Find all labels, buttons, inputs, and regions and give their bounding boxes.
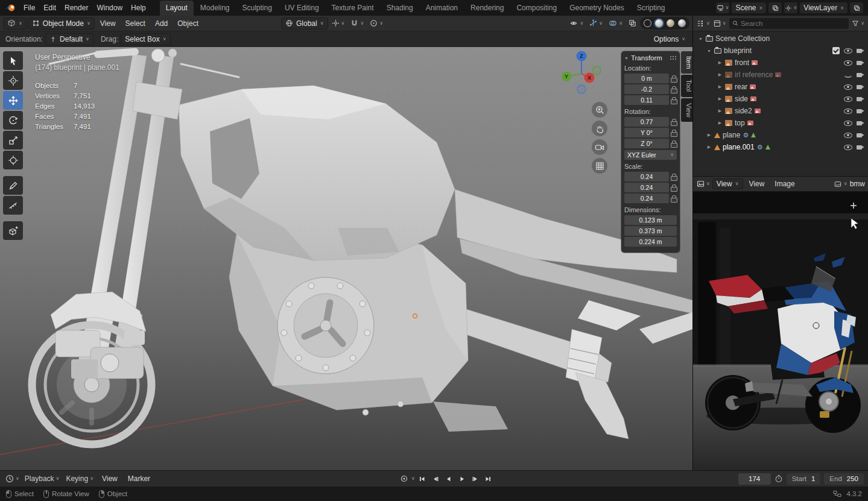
panel-drag-grip[interactable] <box>670 55 677 61</box>
mesh-data-icon[interactable] <box>765 145 770 150</box>
dimension-z-field[interactable]: 0.224 m <box>624 237 677 247</box>
tab-tool[interactable]: Tool <box>681 75 692 96</box>
tab-texture-paint[interactable]: Texture Paint <box>326 1 380 16</box>
rotation-z-field[interactable]: Z 0° <box>624 139 669 148</box>
tool-rotate[interactable] <box>3 111 23 130</box>
menu-add[interactable]: Add <box>151 17 172 30</box>
outliner-search[interactable] <box>729 18 849 29</box>
outliner-row-plane-001[interactable]: ▶ plane.001 ⚙ <box>693 141 868 153</box>
start-frame-field[interactable]: Start 1 <box>787 473 821 485</box>
rotation-x-field[interactable]: 0.77 <box>624 117 669 127</box>
image-menu-view[interactable]: View <box>745 178 769 190</box>
menu-help[interactable]: Help <box>127 1 150 14</box>
transform-panel-header[interactable]: ▼ Transform <box>624 54 677 61</box>
hide-eye-icon[interactable] <box>844 132 852 139</box>
disable-render-icon[interactable] <box>857 96 864 102</box>
disable-render-icon[interactable] <box>857 72 864 78</box>
collection-checkbox[interactable] <box>832 47 840 54</box>
browse-viewlayer-icon[interactable]: ∨ <box>784 2 797 13</box>
new-viewlayer-icon[interactable] <box>850 2 863 13</box>
image-data-icon[interactable] <box>750 96 756 101</box>
outliner-editor-dropdown[interactable]: ∨ <box>696 20 711 27</box>
disclosure-icon[interactable]: ▶ <box>717 96 723 101</box>
stopwatch-icon[interactable] <box>775 474 783 483</box>
shading-rendered-button[interactable] <box>677 18 687 28</box>
overlays-dropdown[interactable]: ∨ <box>606 19 625 27</box>
disable-render-icon[interactable] <box>857 121 864 126</box>
current-frame-field[interactable]: 174 <box>738 473 771 485</box>
location-y-field[interactable]: -0.2 <box>624 84 669 94</box>
outliner-filter-dropdown[interactable]: ∨ <box>851 20 865 27</box>
mesh-data-icon[interactable] <box>751 133 756 137</box>
lock-icon[interactable] <box>671 140 677 147</box>
menu-select[interactable]: Select <box>121 17 150 30</box>
disable-render-icon[interactable] <box>857 84 864 90</box>
transform-orientation-dropdown[interactable]: Global ∨ <box>281 17 328 30</box>
play-button[interactable] <box>456 473 468 484</box>
disclosure-icon[interactable]: ▶ <box>717 84 723 89</box>
menu-render[interactable]: Render <box>60 1 92 14</box>
end-frame-field[interactable]: End 250 <box>824 473 864 485</box>
lock-icon[interactable] <box>671 86 677 93</box>
snap-pivot-dropdown[interactable]: ∨ <box>329 19 347 27</box>
disclosure-icon[interactable]: ▶ <box>717 121 723 125</box>
blender-logo-icon[interactable] <box>4 3 17 13</box>
gizmos-dropdown[interactable]: ∨ <box>587 19 605 27</box>
lock-icon[interactable] <box>671 75 677 82</box>
prev-keyframe-button[interactable] <box>429 473 442 484</box>
gizmo-x-label[interactable]: X <box>588 75 591 81</box>
tab-animation[interactable]: Animation <box>420 1 464 16</box>
rotation-mode-dropdown[interactable]: XYZ Euler∨ <box>624 150 677 160</box>
outliner-row-blueprint[interactable]: ▼ blueprint <box>693 45 868 57</box>
orthographic-toggle-button[interactable] <box>592 158 607 174</box>
disable-render-icon[interactable] <box>857 145 864 150</box>
tool-scale[interactable] <box>3 131 23 150</box>
tool-add-cube[interactable] <box>3 221 23 240</box>
scale-z-field[interactable]: 0.24 <box>624 194 669 203</box>
location-x-field[interactable]: 0 m <box>624 74 669 83</box>
hide-eye-icon[interactable] <box>844 48 852 54</box>
disclosure-icon[interactable]: ▶ <box>706 145 712 150</box>
image-menu-image[interactable]: Image <box>770 178 799 190</box>
disclosure-icon[interactable]: ▶ <box>706 133 712 137</box>
jump-to-start-button[interactable] <box>416 473 428 484</box>
new-scene-icon[interactable] <box>768 2 782 13</box>
tab-view[interactable]: View <box>681 98 692 122</box>
auto-keyframe-toggle[interactable] <box>398 473 410 484</box>
hide-eye-icon[interactable] <box>844 120 852 127</box>
disclosure-icon[interactable]: ▼ <box>706 49 712 53</box>
tool-annotate[interactable] <box>3 176 23 195</box>
modifier-icon[interactable]: ⚙ <box>757 144 763 151</box>
remove-viewlayer-icon[interactable]: × <box>840 5 844 11</box>
lock-icon[interactable] <box>671 119 677 125</box>
hide-eye-icon[interactable] <box>844 72 852 78</box>
search-input[interactable] <box>741 20 846 27</box>
disclosure-icon[interactable]: ▼ <box>698 37 703 41</box>
options-dropdown[interactable]: Options ∨ <box>650 33 689 45</box>
zoom-button[interactable] <box>592 102 607 118</box>
tool-cursor[interactable] <box>3 71 23 90</box>
disable-render-icon[interactable] <box>857 109 864 114</box>
mode-dropdown[interactable]: Object Mode ∨ <box>28 17 95 30</box>
image-data-icon[interactable] <box>755 109 761 113</box>
playback-dropdown[interactable]: Playback ∨ <box>22 474 62 483</box>
unlink-scene-icon[interactable]: × <box>759 5 763 11</box>
image-view-dropdown[interactable]: View ∨ <box>712 178 743 189</box>
shading-wireframe-button[interactable] <box>642 18 653 28</box>
hide-eye-icon[interactable] <box>844 96 852 102</box>
timeline-menu-marker[interactable]: Marker <box>124 473 154 485</box>
image-data-icon[interactable] <box>775 72 781 77</box>
tool-move[interactable] <box>3 91 23 110</box>
image-datablock-selector[interactable]: ∨ bmw <box>834 180 865 188</box>
dimension-y-field[interactable]: 0.373 m <box>624 226 677 236</box>
timeline-menu-view[interactable]: View <box>98 473 122 485</box>
menu-window[interactable]: Window <box>92 1 127 14</box>
outliner-row-side[interactable]: ▶ side <box>693 93 868 105</box>
tab-rendering[interactable]: Rendering <box>464 1 510 16</box>
lock-icon[interactable] <box>671 130 677 136</box>
disclosure-icon[interactable]: ▶ <box>717 109 723 113</box>
jump-to-end-button[interactable] <box>483 473 495 484</box>
tab-geometry-nodes[interactable]: Geometry Nodes <box>563 1 630 16</box>
hide-eye-icon[interactable] <box>844 84 852 90</box>
outliner-row-side2[interactable]: ▶ side2 <box>693 105 868 117</box>
